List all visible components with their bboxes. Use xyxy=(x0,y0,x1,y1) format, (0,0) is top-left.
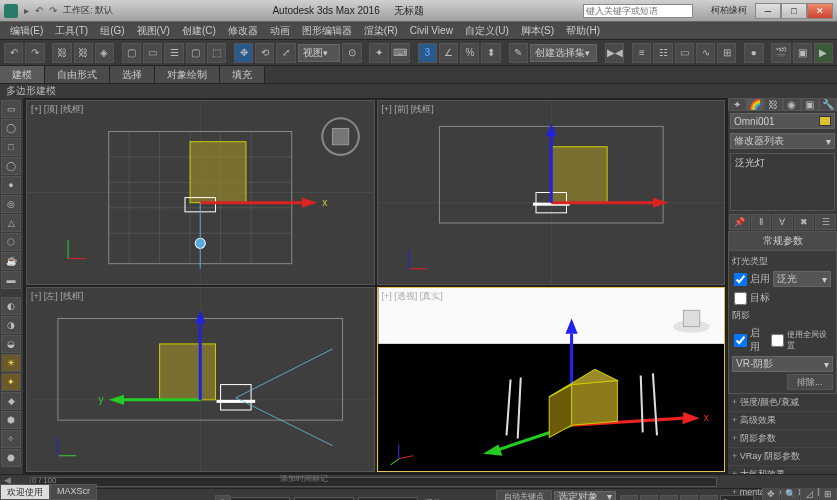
tab-freeform[interactable]: 自由形式 xyxy=(45,66,110,83)
scale-button[interactable]: ⤢ xyxy=(276,43,295,63)
stack-remove[interactable]: ✖ xyxy=(794,214,815,230)
coord-y[interactable]: Y: 0.0mm xyxy=(294,497,354,501)
rollout-advanced[interactable]: 高级效果 xyxy=(728,412,837,430)
tab-populate[interactable]: 填充 xyxy=(220,66,265,83)
bind-spacewarp-button[interactable]: ◈ xyxy=(95,43,114,63)
lock-selection-button[interactable]: 🔒 xyxy=(215,495,230,501)
stack-config[interactable]: ☰ xyxy=(815,214,836,230)
timeline-track[interactable] xyxy=(30,477,717,487)
menu-help[interactable]: 帮助(H) xyxy=(560,24,606,38)
cmd-tab-motion[interactable]: ◉ xyxy=(783,98,801,111)
viewport-left[interactable]: [+] [左] [线框] y xyxy=(26,287,375,472)
autokey-button[interactable]: 自动关键点 xyxy=(496,490,552,500)
lt-spot[interactable]: ✦ xyxy=(1,373,21,391)
lt-teapot[interactable]: ☕ xyxy=(1,252,21,270)
ribbon-toggle[interactable]: ▭ xyxy=(675,43,694,63)
lt-c9[interactable]: ⬣ xyxy=(1,449,21,467)
menu-animation[interactable]: 动画 xyxy=(264,24,296,38)
viewport-top[interactable]: [+] [顶] [线框] x xyxy=(26,100,375,285)
select-button[interactable]: ▭ xyxy=(143,43,162,63)
named-selset-edit[interactable]: ✎ xyxy=(509,43,528,63)
cmd-tab-hierarchy[interactable]: ⛓ xyxy=(764,98,782,111)
goto-end-button[interactable]: ⏭ xyxy=(700,495,718,501)
lt-box[interactable]: □ xyxy=(1,138,21,156)
tab-modeling[interactable]: 建模 xyxy=(0,66,45,83)
stack-pin[interactable]: 📌 xyxy=(729,214,750,230)
angle-snap-button[interactable]: ∠ xyxy=(439,43,458,63)
select-region-button[interactable]: ▢ xyxy=(186,43,205,63)
menu-view[interactable]: 视图(V) xyxy=(131,24,176,38)
modifier-stack-item[interactable]: 泛光灯 xyxy=(731,154,834,172)
enable-checkbox[interactable] xyxy=(734,273,747,286)
spinner-snap-button[interactable]: ⬍ xyxy=(481,43,500,63)
undo-button[interactable]: ↶ xyxy=(4,43,23,63)
rollout-general-params[interactable]: 常规参数 xyxy=(728,231,837,251)
lt-plane[interactable]: ▬ xyxy=(1,271,21,289)
redo-button[interactable]: ↷ xyxy=(25,43,44,63)
layer-button[interactable]: ☷ xyxy=(653,43,672,63)
qat-undo-icon[interactable]: ↶ xyxy=(35,5,43,16)
menu-customize[interactable]: 自定义(U) xyxy=(459,24,515,38)
select-name-button[interactable]: ☰ xyxy=(164,43,183,63)
menu-script[interactable]: 脚本(S) xyxy=(515,24,560,38)
cmd-tab-modify[interactable]: 🌈 xyxy=(746,98,764,111)
unlink-button[interactable]: ⛓ xyxy=(74,43,93,63)
keymode-dropdown[interactable]: 选定对象▾ xyxy=(554,491,616,501)
lt-c1[interactable]: ◐ xyxy=(1,297,21,315)
mirror-button[interactable]: ▶◀ xyxy=(605,43,624,63)
cmd-tab-display[interactable]: ▣ xyxy=(801,98,819,111)
modifier-list-dropdown[interactable]: 修改器列表▾ xyxy=(730,133,835,149)
user-label[interactable]: 柯柏缘柯 xyxy=(711,4,747,17)
menu-edit[interactable]: 编辑(E) xyxy=(4,24,49,38)
rollout-vray-shadow[interactable]: VRay 阴影参数 xyxy=(728,448,837,466)
render-setup-button[interactable]: 🎬 xyxy=(771,43,790,63)
tab-objectpaint[interactable]: 对象绘制 xyxy=(155,66,220,83)
rendered-frame-button[interactable]: ▣ xyxy=(793,43,812,63)
maximize-button[interactable]: □ xyxy=(781,3,807,19)
coord-z[interactable]: Z: 0.0mm xyxy=(358,497,418,501)
light-type-dropdown[interactable]: 泛光▾ xyxy=(773,271,831,287)
refcoord-dropdown[interactable]: 视图▾ xyxy=(298,44,341,62)
lt-tube[interactable]: ⬡ xyxy=(1,233,21,251)
menu-rendering[interactable]: 渲染(R) xyxy=(358,24,404,38)
menu-group[interactable]: 组(G) xyxy=(94,24,130,38)
prev-frame-button[interactable]: ◀ xyxy=(640,495,658,501)
goto-start-button[interactable]: ⏮ xyxy=(620,495,638,501)
shadow-enable-checkbox[interactable] xyxy=(734,334,747,347)
manipulate-button[interactable]: ✦ xyxy=(369,43,388,63)
next-frame-button[interactable]: ▶ xyxy=(680,495,698,501)
lt-select[interactable]: ▭ xyxy=(1,100,21,118)
lt-cyl[interactable]: ◯ xyxy=(1,157,21,175)
keyboard-shortcut-button[interactable]: ⌨ xyxy=(391,43,410,63)
workspace-label[interactable]: 工作区: 默认 xyxy=(63,4,113,17)
rollout-intensity[interactable]: 强度/颜色/衰减 xyxy=(728,394,837,412)
play-button[interactable]: ▶ xyxy=(660,495,678,501)
coord-x[interactable]: X: 0.0mm xyxy=(230,497,290,501)
minimize-button[interactable]: ─ xyxy=(755,3,781,19)
cmd-tab-utilities[interactable]: 🔧 xyxy=(819,98,837,111)
qat-save-icon[interactable]: ▸ xyxy=(24,5,29,16)
schematic-button[interactable]: ⊞ xyxy=(717,43,736,63)
btab-maxscript[interactable]: MAXScr xyxy=(50,484,97,500)
btab-welcome[interactable]: 欢迎使用 xyxy=(0,484,50,500)
close-button[interactable]: ✕ xyxy=(807,3,833,19)
rotate-button[interactable]: ⟲ xyxy=(255,43,274,63)
lt-c2[interactable]: ◑ xyxy=(1,316,21,334)
pivot-button[interactable]: ⊙ xyxy=(342,43,361,63)
lt-c7[interactable]: ⬢ xyxy=(1,411,21,429)
object-name-field[interactable]: Omni001 xyxy=(730,113,835,129)
cmd-tab-create[interactable]: ✦ xyxy=(728,98,746,111)
lt-c6[interactable]: ◆ xyxy=(1,392,21,410)
menu-grapheditors[interactable]: 图形编辑器 xyxy=(296,24,358,38)
menu-civilview[interactable]: Civil View xyxy=(404,25,459,36)
snap-button[interactable]: 3 xyxy=(418,43,437,63)
window-crossing-button[interactable]: ⬚ xyxy=(207,43,226,63)
lt-cone[interactable]: △ xyxy=(1,214,21,232)
lt-sphere[interactable]: ● xyxy=(1,176,21,194)
stack-unique[interactable]: ∀ xyxy=(772,214,793,230)
lt-c8[interactable]: ✧ xyxy=(1,430,21,448)
current-frame-field[interactable]: 0 xyxy=(720,495,754,501)
named-selset-dropdown[interactable]: 创建选择集▾ xyxy=(530,44,597,62)
material-editor-button[interactable]: ● xyxy=(744,43,763,63)
shadow-global-checkbox[interactable] xyxy=(771,334,784,347)
